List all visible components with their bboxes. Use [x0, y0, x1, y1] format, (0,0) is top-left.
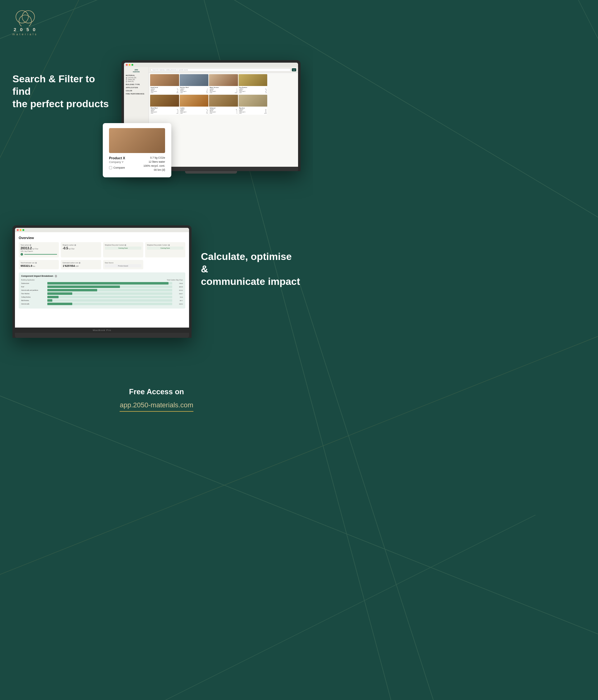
filter-radio: [126, 77, 127, 78]
filter-radio: [126, 81, 127, 82]
logo-numbers: 2 0 5 0: [14, 27, 37, 32]
grid-name: Wood Wool: [151, 107, 179, 109]
product-distance-stat: 00 km (d): [144, 168, 165, 171]
dashboard-window-controls: [15, 228, 189, 232]
grid-img-steel: [180, 74, 209, 86]
bar-fill: [47, 282, 168, 284]
grid-img-mycelium: [239, 95, 267, 107]
calculate-heading: Calculate, optimise & communicate impact: [201, 250, 301, 288]
grid-item-waste[interactable]: Waste Terrazzo CARBONC WATERC CIRCULARIT…: [209, 74, 238, 94]
bar-wall-finishes: Wall finishes 347.7: [21, 299, 183, 302]
grid-name: Waste Terrazzo: [210, 86, 237, 88]
app-search-bar[interactable]: Search for materials, building elements …: [151, 68, 291, 71]
bar-value: 4609.8: [174, 286, 183, 288]
app-logo-small: 2050materials: [126, 69, 147, 73]
grid-name: Leather: [180, 107, 208, 109]
dashboard-mockup: Overview Total carbon i 20313.2 kg: [12, 225, 191, 338]
svg-point-12: [19, 15, 31, 26]
product-card-overlay: Product X Company Y Compare 0.7 kg CO2e …: [103, 123, 171, 177]
filter-option-timber[interactable]: Timber (34): [126, 79, 147, 80]
dashboard-screen: Overview Total carbon i 20313.2 kg: [15, 228, 189, 328]
search-filter-text: Search & Filter to find the perfect prod…: [12, 54, 112, 116]
grid-item-empty2: [268, 95, 297, 115]
info-icon: i: [55, 275, 57, 277]
stat-label: Total carbon i: [21, 244, 57, 246]
search-button[interactable]: ▶: [292, 68, 296, 71]
filter-option-steel[interactable]: Steel (41): [126, 81, 147, 82]
bar-value: 1629.7: [174, 293, 183, 295]
footer-url[interactable]: app.2050-materials.com: [120, 401, 193, 412]
filter-material: MATERIAL Concrete (26) Timber (34): [126, 74, 147, 82]
grid-item-earth[interactable]: Earth Finish CARBONB+ WATERC CIRCULARITY…: [150, 74, 179, 94]
filter-option-label: Concrete (26): [128, 77, 136, 78]
product-company: Company Y: [109, 160, 125, 164]
bar-fill: [47, 289, 97, 292]
logo-icon: [13, 9, 38, 26]
stat-badge: Coming Soon: [105, 247, 141, 250]
grid-info: Waste Terrazzo CARBONC WATERC CIRCULARIT…: [209, 86, 238, 94]
grid-name: Softwood: [210, 107, 237, 109]
grid-item-wood[interactable]: Wood Wool CARBONB+ WATERB CIRCULARITYB C…: [150, 95, 179, 115]
grid-info: Leather CARBOND+ WATERB CIRCULARITYA+ CO…: [180, 107, 209, 115]
bar-container: [47, 299, 172, 302]
bar-fill: [47, 292, 72, 295]
bar-label: Ceiling finishes: [21, 296, 46, 298]
product-card-content: Product X Company Y Compare 0.7 kg CO2e …: [109, 156, 165, 172]
search-heading: Search & Filter to find the perfect prod…: [12, 73, 112, 110]
filter-material-title: MATERIAL: [126, 74, 147, 76]
filter-application-title: APPLICATION: [126, 86, 147, 89]
grid-item-empty: [268, 74, 297, 94]
grid-img-softwood: [209, 95, 238, 107]
filter-option-concrete[interactable]: Concrete (26): [126, 77, 147, 78]
filter-building-type: BUILDING TYPE: [126, 83, 147, 85]
filter-option-label: Timber (34): [128, 79, 135, 80]
minimize-dot: [129, 64, 130, 66]
bar-fill: [47, 285, 120, 288]
section-search-filter: Search & Filter to find the perfect prod…: [0, 45, 313, 200]
bar-internal-walls: Internal walls and partitions 3174.3: [21, 289, 183, 292]
bar-value: 347.7: [174, 300, 183, 301]
stat-total-carbon: Total carbon i 20313.2 kg CO₂e 145.1 kg …: [19, 242, 59, 257]
grid-item-softwood[interactable]: Softwood CARBONA+ WATERC CIRCULARITYC CO…: [209, 95, 238, 115]
grid-item-leather[interactable]: Leather CARBOND+ WATERB CIRCULARITYA+ CO…: [180, 95, 209, 115]
grid-info: Mycelium CARBONA+ WATERB+ CIRCULARITYB+ …: [239, 107, 267, 115]
stat-value: -0.5 kg CO₂e: [62, 247, 99, 250]
stat-label: Total freshwater use i: [21, 262, 57, 264]
grid-item-mycelium[interactable]: Mycelium CARBONA+ WATERB+ CIRCULARITYB+ …: [239, 95, 267, 115]
info-icon: i: [168, 244, 170, 246]
filter-color-title: COLOR: [126, 90, 147, 92]
svg-line-8: [59, 515, 313, 700]
chart-header: Building Application Total Carbon 3kg CO…: [21, 279, 183, 281]
maximize-dot: [22, 229, 24, 231]
bar-roof: Roof 4609.8: [21, 285, 183, 288]
section-calculate: Overview Total carbon i 20313.2 kg: [0, 200, 313, 356]
stat-data-source: Data Source Product-based: [103, 260, 143, 269]
product-stats: 0.7 kg CO2e 12 liters water 100% recycl.…: [144, 156, 165, 172]
product-water-stat: 12 liters water: [144, 160, 165, 163]
logo-tagline: materials: [12, 33, 38, 36]
info-icon: i: [125, 244, 126, 246]
bar-label: Internal walls: [21, 303, 46, 305]
stat-label: Estimated carbon cost i: [62, 262, 99, 264]
info-icon: i: [79, 262, 80, 264]
bar-container: [47, 282, 172, 284]
dashboard-laptop-outer: Overview Total carbon i 20313.2 kg: [12, 225, 191, 338]
header: 2 0 5 0 materials: [0, 0, 313, 45]
minimize-dot: [20, 229, 22, 231]
grid-name: Earth Finish: [151, 86, 179, 88]
stat-recycled-content: Weighted Recycled Content i Coming Soon: [103, 242, 143, 257]
grid-item-bamboo[interactable]: Eng. Bamboo CARBONA+ WATERB CIRCULARITYB…: [239, 74, 267, 94]
progress-dot: [21, 253, 23, 255]
compare-checkbox[interactable]: [109, 166, 112, 169]
bar-fill: [47, 299, 52, 302]
grid-img-earth: [150, 74, 179, 86]
filter-color: COLOR: [126, 90, 147, 92]
product-compare[interactable]: Compare: [109, 166, 125, 169]
grid-img-leather: [180, 95, 209, 107]
bar-container: [47, 289, 172, 292]
grid-item-steel[interactable]: Net-Zero Steel CARBONC WATERB- CIRCULARI…: [180, 74, 209, 94]
stat-value: 1'625'054 GBP: [62, 264, 99, 268]
product-card-info: Product X Company Y Compare: [109, 156, 125, 169]
grid-name: Eng. Bamboo: [239, 86, 267, 88]
grid-info: Softwood CARBONA+ WATERC CIRCULARITYC CO…: [209, 107, 238, 115]
